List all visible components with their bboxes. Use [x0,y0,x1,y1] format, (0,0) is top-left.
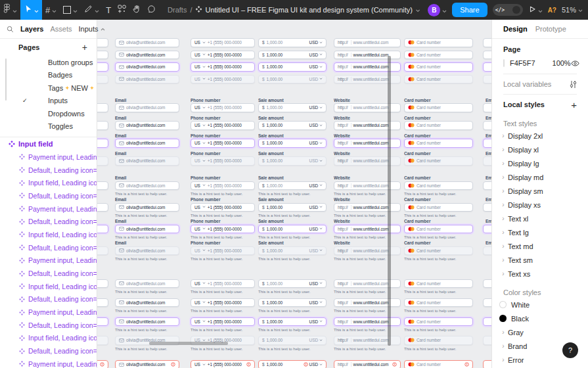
clipped-input-left[interactable] [97,156,108,166]
local-variables-row[interactable]: Local variables [492,74,588,94]
layer-item[interactable]: Input field, Leading icon=True… [0,332,97,345]
layer-item[interactable]: Default, Leading icon=True, L… [0,241,97,254]
card-input-placeholder[interactable]: Card number [404,38,473,47]
phone-input-placeholder[interactable]: US+1 (555) 000-0000 [191,181,255,191]
clipped-input-left[interactable] [97,103,108,112]
phone-input-disabled[interactable]: US+1 (555) 000-0000 [191,246,255,256]
clipped-input-left[interactable] [97,336,108,345]
layer-item[interactable]: Default, Leading icon=True, L… [0,344,97,357]
clipped-input-left[interactable] [97,203,108,212]
email-input-error[interactable]: olivia@untitledui.com [115,360,179,368]
sale-input-disabled[interactable]: $1,000.00USD [258,336,327,345]
email-input-placeholder[interactable]: olivia@untitledui.com [115,279,179,288]
clipped-input-right[interactable] [483,75,491,84]
frame-tool-button[interactable]: # [42,0,60,20]
layer-item[interactable]: Default, Leading icon=True, L… [0,319,97,332]
currency-dropdown[interactable]: USD [309,105,323,110]
website-input-focused[interactable]: http://www.untitledui.com [334,225,401,234]
clipped-input-left[interactable] [97,139,108,148]
layer-item[interactable]: Input field, Leading icon=True… [0,228,97,241]
currency-dropdown[interactable]: USD [309,141,323,145]
text-style-display-xs[interactable]: ›Display xs [492,198,588,212]
clipped-input-right[interactable] [483,121,491,130]
hand-tool-button[interactable] [129,0,144,20]
shape-tool-button[interactable] [60,0,81,20]
sale-input-focused[interactable]: $1,000.00USD [258,225,327,234]
help-button[interactable]: ? [562,342,578,358]
page-switcher[interactable]: Inputs [79,25,106,33]
clipped-input-right[interactable] [483,181,491,191]
email-input-focused[interactable]: olivia@untitledui.com [115,62,179,72]
layer-item[interactable]: Default, Leading icon=True, L… [0,164,97,177]
text-style-display-sm[interactable]: ›Display sm [492,184,588,198]
email-input-filled[interactable]: olivia@untitledui.com [115,203,179,212]
email-input-disabled[interactable]: olivia@untitledui.com [115,75,179,84]
card-input-filled[interactable]: Card number [404,121,473,130]
sale-input-disabled[interactable]: $1,000.00USD [258,75,327,84]
clipped-input-left[interactable] [97,279,108,288]
layer-root-input-field[interactable]: Input field [0,137,97,150]
phone-input-focused[interactable]: US+1 (555) 000-0000 [191,317,255,327]
comment-tool-button[interactable] [144,0,159,20]
sidebar-page-tags[interactable]: TagsNEW [0,81,97,95]
layer-item[interactable]: Default, Leading icon=True, L… [0,293,97,306]
clipped-input-left[interactable] [97,38,108,47]
card-input-error[interactable]: Card number [404,360,473,368]
canvas[interactable]: olivia@untitledui.comUS+1 (555) 000-0000… [97,20,491,368]
sale-input-focused[interactable]: $1,000.00USD [258,139,327,148]
card-input-focused[interactable]: Card number [404,62,473,72]
clipped-input-right[interactable] [483,246,491,256]
clipped-input-right[interactable] [483,317,491,327]
horizontal-scrollbar[interactable] [149,342,228,345]
sidebar-page-dropdowns[interactable]: Dropdowns [0,107,97,120]
vertical-scrollbar[interactable] [388,56,391,346]
website-input-filled[interactable]: http://www.untitledui.com [334,51,401,60]
currency-dropdown[interactable]: USD [309,300,323,305]
clipped-input-left[interactable] [97,225,108,234]
clipped-input-right[interactable] [483,336,491,345]
email-input-focused[interactable]: olivia@untitledui.com [115,225,179,234]
sale-input-placeholder[interactable]: $1,000.00USD [258,103,327,112]
clipped-input-right[interactable] [483,298,491,308]
clipped-input-left[interactable] [97,246,108,256]
color-style-black[interactable]: Black [492,311,588,325]
currency-dropdown[interactable]: USD [309,281,323,286]
dev-mode-toggle[interactable]: </> [493,4,523,16]
sale-input-filled[interactable]: $1,000.00USD [258,51,327,60]
add-style-button[interactable]: + [571,99,577,110]
card-input-disabled[interactable]: Card number [404,246,473,256]
website-input-focused[interactable]: http://www.untitledui.com [334,139,401,148]
phone-input-placeholder[interactable]: US+1 (555) 000-0000 [191,279,255,288]
email-input-placeholder[interactable]: olivia@untitledui.com [115,103,179,112]
website-input-placeholder[interactable]: http://www.untitledui.com [334,279,401,288]
card-input-focused[interactable]: Card number [404,225,473,234]
variables-settings-icon[interactable] [570,80,577,89]
clipped-input-left[interactable] [97,317,108,327]
zoom-level-control[interactable]: 51% [562,6,583,14]
sale-input-placeholder[interactable]: $1,000.00USD [258,181,327,191]
clipped-input-right[interactable] [483,279,491,288]
color-style-white[interactable]: White [492,298,588,311]
email-input-filled[interactable]: olivia@untitledui.com [115,51,179,60]
text-style-text-xs[interactable]: ›Text xs [492,267,588,281]
card-input-filled[interactable]: Card number [404,203,473,212]
sidebar-page-inputs[interactable]: ✓Inputs [0,95,97,108]
present-icon[interactable] [528,4,536,16]
website-input-placeholder[interactable]: http://www.untitledui.com [334,38,401,47]
text-style-text-lg[interactable]: ›Text lg [492,225,588,239]
card-input-disabled[interactable]: Card number [404,336,473,345]
website-input-filled[interactable]: http://www.untitledui.com [334,298,401,308]
clipped-input-right[interactable] [483,139,491,148]
email-input-focused[interactable]: olivia@untitledui.com [115,139,179,148]
pen-tool-button[interactable] [81,0,102,20]
phone-input-error[interactable]: US+1 (555) 000-0000 [191,360,255,368]
website-input-disabled[interactable]: http://www.untitledui.com [334,75,401,84]
sale-input-disabled[interactable]: $1,000.00USD [258,246,327,256]
currency-dropdown[interactable]: USD [309,183,323,188]
sale-input-filled[interactable]: $1,000.00USD [258,203,327,212]
card-input-filled[interactable]: Card number [404,51,473,60]
sale-input-filled[interactable]: $1,000.00USD [258,121,327,130]
website-input-filled[interactable]: http://www.untitledui.com [334,121,401,130]
sidebar-page-badges[interactable]: Badges [0,69,97,82]
currency-dropdown[interactable]: USD [309,123,323,127]
